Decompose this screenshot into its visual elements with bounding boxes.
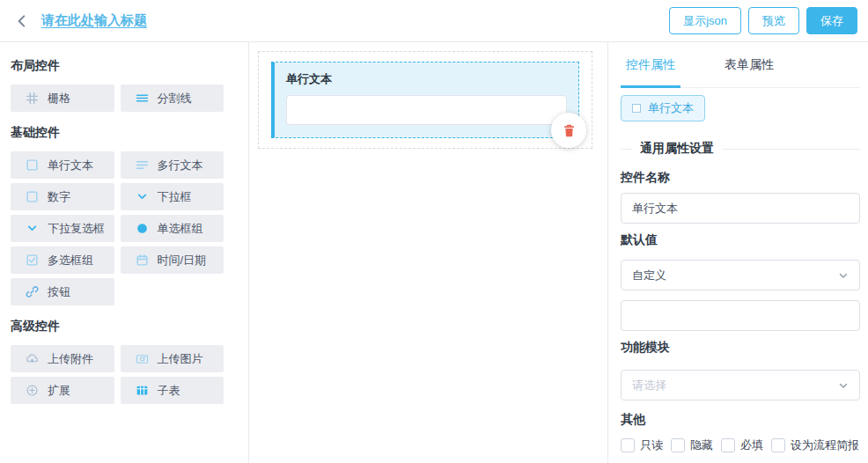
checkbox-readonly[interactable]: 只读	[621, 437, 663, 453]
palette-section-layout-title: 布局控件	[11, 58, 224, 74]
palette-section-basic-title: 基础控件	[11, 125, 224, 141]
custom-default-input[interactable]	[621, 300, 860, 331]
text-lines-icon	[136, 158, 149, 172]
link-icon	[26, 285, 39, 298]
palette-item-label: 单选框组	[158, 221, 203, 237]
palette-item-label: 栅格	[48, 91, 70, 107]
palette-item-label: 时间/日期	[158, 253, 207, 268]
palette-item-label: 单行文本	[48, 158, 93, 173]
inspector-panel: 控件属性 表单属性 单行文本 通用属性设置 控件名称 默认值 自定义 功能模块 …	[607, 42, 868, 463]
palette-item-label: 上传图片	[158, 351, 203, 367]
chevron-down-icon	[26, 222, 39, 235]
palette-item-button[interactable]: 按钮	[11, 278, 114, 305]
widget-name-input[interactable]	[621, 193, 860, 224]
preview-button[interactable]: 预览	[748, 7, 799, 34]
field-label: 单行文本	[286, 71, 567, 87]
checkbox-box	[771, 438, 785, 452]
selected-widget-chip[interactable]: 单行文本	[621, 95, 705, 121]
back-button[interactable]	[14, 13, 30, 29]
section-divider: 通用属性设置	[621, 141, 860, 157]
table-icon	[136, 384, 149, 397]
palette-section-advanced-title: 高级控件	[11, 319, 224, 334]
palette-item-number[interactable]: 数字	[11, 183, 114, 210]
palette-item-grid[interactable]: 栅格	[11, 85, 114, 112]
plus-circle-icon	[26, 384, 39, 397]
checkbox-flow-brief[interactable]: 设为流程简报	[771, 437, 859, 453]
palette-item-subtable[interactable]: 子表	[121, 377, 224, 404]
palette-item-upload-file[interactable]: 上传附件	[11, 345, 114, 372]
chevron-down-icon	[838, 270, 849, 281]
top-bar: 请在此处输入标题 显示json 预览 保存	[0, 0, 868, 42]
inspector-tabs: 控件属性 表单属性	[621, 42, 860, 88]
delete-field-button[interactable]	[551, 113, 586, 148]
palette-item-label: 数字	[48, 189, 70, 205]
palette-item-label: 下拉复选框	[48, 221, 105, 237]
palette-item-divider[interactable]: 分割线	[121, 85, 224, 112]
other-label: 其他	[621, 412, 860, 428]
checkbox-required[interactable]: 必填	[721, 437, 763, 453]
widget-palette: 布局控件 栅格 分割线 基础控件 单行文本	[0, 42, 249, 463]
grid-icon	[26, 92, 39, 105]
radio-icon	[136, 222, 149, 235]
palette-item-single-line-text[interactable]: 单行文本	[11, 151, 114, 179]
palette-item-label: 分割线	[158, 91, 192, 107]
square-icon	[26, 190, 39, 203]
checked-square-icon	[26, 254, 39, 267]
general-settings-title: 通用属性设置	[631, 141, 723, 157]
palette-item-multi-select[interactable]: 下拉复选框	[11, 215, 114, 242]
palette-item-label: 按钮	[48, 284, 70, 300]
checkbox-box	[671, 438, 685, 452]
selected-field-card[interactable]: 单行文本	[271, 62, 579, 138]
chevron-down-icon	[136, 190, 149, 203]
palette-item-extension[interactable]: 扩展	[11, 377, 114, 404]
cloud-upload-icon	[26, 352, 39, 365]
tab-form-properties[interactable]: 表单属性	[719, 42, 779, 87]
palette-item-select[interactable]: 下拉框	[121, 183, 224, 210]
square-icon	[632, 104, 641, 113]
default-value-select[interactable]: 自定义	[621, 260, 860, 290]
trash-icon	[562, 123, 577, 138]
widget-name-label: 控件名称	[621, 170, 860, 186]
palette-item-label: 扩展	[48, 383, 70, 399]
checkbox-hidden[interactable]: 隐藏	[671, 437, 713, 453]
default-value-label: 默认值	[621, 232, 860, 248]
palette-item-label: 多行文本	[158, 158, 203, 173]
divider-icon	[136, 92, 149, 105]
module-select[interactable]: 请选择	[621, 370, 860, 401]
palette-item-datetime[interactable]: 时间/日期	[121, 246, 224, 274]
save-button[interactable]: 保存	[806, 7, 857, 34]
form-canvas-panel: 单行文本	[249, 42, 607, 463]
tab-widget-properties[interactable]: 控件属性	[621, 42, 680, 87]
form-title[interactable]: 请在此处输入标题	[41, 12, 147, 29]
chevron-down-icon	[838, 380, 849, 391]
palette-item-label: 下拉框	[158, 189, 192, 205]
palette-item-label: 子表	[158, 383, 180, 399]
camera-icon	[136, 352, 149, 365]
chevron-left-icon	[14, 13, 30, 29]
calendar-icon	[136, 254, 149, 267]
palette-item-checkbox-group[interactable]: 多选框组	[11, 246, 114, 274]
palette-item-upload-image[interactable]: 上传图片	[121, 345, 224, 372]
square-icon	[26, 158, 39, 172]
checkbox-box	[621, 438, 635, 452]
show-json-button[interactable]: 显示json	[669, 7, 741, 34]
palette-item-textarea[interactable]: 多行文本	[121, 151, 224, 179]
palette-item-label: 多选框组	[48, 253, 93, 268]
form-canvas[interactable]: 单行文本	[258, 51, 592, 149]
palette-item-label: 上传附件	[48, 351, 93, 367]
module-label: 功能模块	[621, 340, 860, 356]
field-input[interactable]	[286, 95, 567, 125]
checkbox-row-1: 只读 隐藏 必填 设为流程简报	[621, 437, 860, 453]
palette-item-radio-group[interactable]: 单选框组	[121, 215, 224, 242]
checkbox-box	[721, 438, 735, 452]
